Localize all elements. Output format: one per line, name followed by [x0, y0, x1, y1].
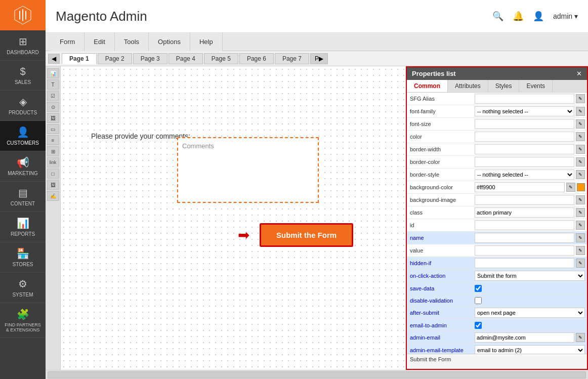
sidebar-item-partners[interactable]: 🧩 FIND PARTNERS & EXTENSIONS	[0, 303, 46, 338]
prop-select-admin_email_template[interactable]: email to admin (2)	[475, 345, 585, 354]
props-tab-attributes[interactable]: Attributes	[448, 80, 488, 92]
prop-input-background_color[interactable]	[475, 182, 565, 192]
notifications-icon[interactable]: 🔔	[513, 11, 524, 22]
prop-edit-btn[interactable]: ✎	[576, 221, 585, 230]
admin-user-icon[interactable]: 👤	[533, 11, 544, 22]
prop-input-background_image[interactable]	[475, 195, 574, 205]
prop-edit-btn[interactable]: ✎	[576, 259, 585, 268]
tool-chart[interactable]: 📊	[47, 68, 59, 78]
tab-page4[interactable]: Page 4	[169, 53, 203, 64]
prop-edit-btn[interactable]: ✎	[576, 246, 585, 255]
sidebar-item-sales[interactable]: $ SALES	[0, 61, 46, 91]
properties-close-btn[interactable]: ✕	[576, 70, 582, 77]
toolbar-options-btn[interactable]: Options	[149, 33, 190, 51]
prop-color-swatch[interactable]	[577, 183, 585, 191]
tab-page2[interactable]: Page 2	[98, 53, 132, 64]
prop-value: open next page	[473, 307, 587, 319]
tab-page1[interactable]: Page 1	[62, 53, 97, 64]
props-tab-events[interactable]: Events	[519, 80, 553, 92]
prop-input-class[interactable]	[475, 207, 574, 218]
prop-label: color	[407, 132, 473, 141]
tool-link[interactable]: link	[47, 157, 59, 167]
prop-edit-btn[interactable]: ✎	[576, 233, 585, 242]
magento-logo[interactable]	[0, 0, 46, 30]
prop-value: email to admin (2)	[473, 344, 587, 354]
tool-img[interactable]: 🖼	[47, 113, 59, 123]
prop-edit-btn[interactable]: ✎	[576, 157, 585, 166]
tool-sig[interactable]: ✍	[47, 191, 59, 201]
tool-check[interactable]: ☑	[47, 91, 59, 101]
props-tab-styles[interactable]: Styles	[488, 80, 520, 92]
canvas-area[interactable]: Please provide your comments: Comments ➡…	[61, 66, 406, 370]
tab-more-btn[interactable]: P▶	[310, 53, 328, 64]
comment-textarea[interactable]: Comments	[177, 137, 319, 203]
prop-edit-btn[interactable]: ✎	[576, 107, 585, 116]
submit-form-button[interactable]: Submit the Form	[260, 223, 353, 247]
prop-input-border_color[interactable]	[475, 157, 574, 167]
tool-text[interactable]: T	[47, 79, 59, 90]
sidebar-item-content[interactable]: ▤ CONTENT	[0, 182, 46, 212]
prop-edit-btn[interactable]: ✎	[576, 119, 585, 129]
prop-checkbox-disable_validation[interactable]	[475, 297, 482, 304]
tool-box[interactable]: □	[47, 169, 59, 179]
prop-row-name: name✎	[407, 232, 587, 244]
prop-value: ✎	[473, 181, 587, 193]
sidebar-item-reports[interactable]: 📊 REPORTS	[0, 212, 46, 242]
tool-field[interactable]: ▭	[47, 124, 59, 134]
prop-edit-btn[interactable]: ✎	[576, 94, 585, 103]
prop-input-admin_email[interactable]	[475, 332, 574, 343]
tab-page7[interactable]: Page 7	[275, 53, 309, 64]
prop-label: background-color	[407, 183, 473, 192]
tab-page6[interactable]: Page 6	[239, 53, 274, 64]
prop-input-value[interactable]	[475, 245, 574, 256]
prop-edit-btn[interactable]: ✎	[576, 132, 585, 141]
prop-value: ✎	[473, 93, 587, 105]
search-icon[interactable]: 🔍	[492, 11, 503, 22]
tool-picture[interactable]: 🖼	[47, 180, 59, 190]
toolbar-edit-btn[interactable]: Edit	[85, 33, 114, 51]
tool-radio[interactable]: ⊙	[47, 102, 59, 112]
prop-row-color: color✎	[407, 131, 587, 143]
prop-input-SFG_Alias[interactable]	[475, 94, 574, 104]
prop-select-font_family[interactable]: -- nothing selected --	[475, 106, 574, 116]
tool-bar[interactable]: ≡	[47, 135, 59, 145]
prop-edit-btn[interactable]: ✎	[576, 208, 585, 217]
prop-select-after_submit[interactable]: open next page	[475, 308, 585, 318]
prop-select-border_style[interactable]: -- nothing selected --	[475, 170, 574, 180]
toolbar-form-btn[interactable]: Form	[51, 33, 85, 51]
prop-row-disable_validation: disable-validation	[407, 294, 587, 307]
prop-edit-btn[interactable]: ✎	[576, 145, 585, 154]
sidebar-item-customers[interactable]: 👤 CUSTOMERS	[0, 121, 46, 151]
sidebar-item-dashboard[interactable]: ⊞ DASHBOARD	[0, 30, 46, 61]
tab-page5[interactable]: Page 5	[204, 53, 238, 64]
prop-input-id[interactable]	[475, 220, 574, 230]
prop-input-color[interactable]	[475, 132, 574, 142]
tab-page3[interactable]: Page 3	[133, 53, 167, 64]
prop-input-border_width[interactable]	[475, 144, 574, 154]
tab-nav-prev[interactable]: ◀	[48, 54, 60, 64]
prop-edit-btn[interactable]: ✎	[576, 333, 585, 342]
prop-input-name[interactable]	[475, 233, 574, 243]
prop-row-admin_email_template: admin-email-templateemail to admin (2)	[407, 344, 587, 354]
prop-value: -- nothing selected --✎	[473, 169, 587, 181]
prop-input-hidden_if[interactable]	[475, 258, 574, 268]
bottom-scrollbar[interactable]	[48, 371, 586, 378]
prop-checkbox-email_to_admin[interactable]	[475, 322, 482, 329]
toolbar-tools-btn[interactable]: Tools	[115, 33, 149, 51]
prop-select-on_click_action[interactable]: Submit the form	[475, 271, 585, 281]
toolbar-help-btn[interactable]: Help	[190, 33, 223, 51]
properties-title: Properties list	[412, 70, 456, 77]
props-tab-common[interactable]: Common	[407, 80, 448, 92]
prop-input-font_size[interactable]	[475, 119, 574, 129]
admin-label[interactable]: admin ▾	[553, 12, 578, 20]
sidebar-item-system[interactable]: ⚙ SYSTEM	[0, 273, 46, 303]
prop-edit-btn[interactable]: ✎	[576, 170, 585, 179]
prop-edit-btn[interactable]: ✎	[566, 183, 575, 192]
prop-checkbox-save_data[interactable]	[475, 285, 482, 292]
reports-icon: 📊	[17, 217, 29, 229]
prop-edit-btn[interactable]: ✎	[576, 195, 585, 204]
tool-table[interactable]: ⊞	[47, 146, 59, 156]
sidebar-item-stores[interactable]: 🏪 STORES	[0, 242, 46, 273]
sidebar-item-products[interactable]: ◈ PRODUCTS	[0, 91, 46, 121]
sidebar-item-marketing[interactable]: 📢 MARKETING	[0, 151, 46, 182]
